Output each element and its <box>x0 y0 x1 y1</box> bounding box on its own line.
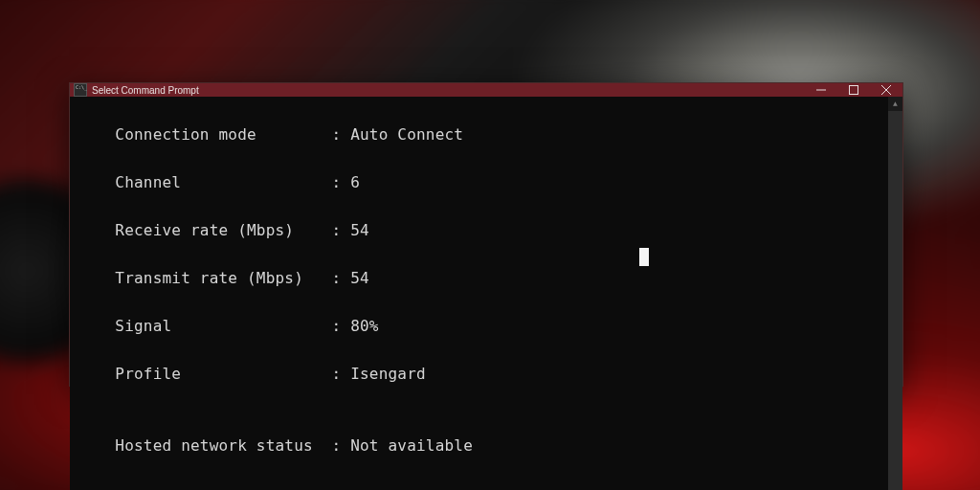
command-prompt-window: Select Command Prompt Connection mode : … <box>69 82 903 387</box>
svg-rect-1 <box>850 86 858 95</box>
client-area: Connection mode : Auto Connect Channel :… <box>70 97 902 490</box>
row-channel: Channel : 6 <box>78 170 886 194</box>
row-connection-mode: Connection mode : Auto Connect <box>78 122 886 146</box>
close-button[interactable] <box>870 83 902 97</box>
row-receive-rate: Receive rate (Mbps) : 54 <box>78 218 886 242</box>
titlebar[interactable]: Select Command Prompt <box>70 83 902 97</box>
scroll-track[interactable] <box>888 111 902 490</box>
window-controls <box>805 83 902 97</box>
row-profile: Profile : Isengard <box>78 362 886 386</box>
cmd-system-icon[interactable] <box>74 83 87 97</box>
row-transmit-rate: Transmit rate (Mbps) : 54 <box>78 266 886 290</box>
row-signal: Signal : 80% <box>78 314 886 338</box>
row-hosted-network: Hosted network status : Not available <box>78 434 886 457</box>
text-selection-block <box>639 248 649 266</box>
window-title: Select Command Prompt <box>92 85 199 96</box>
scroll-up-arrow-icon[interactable]: ▲ <box>888 97 902 111</box>
minimize-button[interactable] <box>805 83 837 97</box>
terminal-output[interactable]: Connection mode : Auto Connect Channel :… <box>70 97 888 490</box>
maximize-button[interactable] <box>837 83 870 97</box>
vertical-scrollbar[interactable]: ▲ ▼ <box>888 97 902 490</box>
